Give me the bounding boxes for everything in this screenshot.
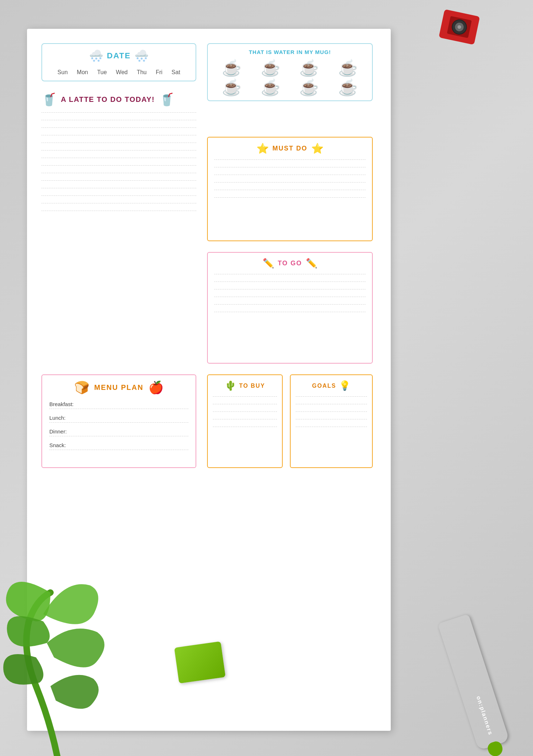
toast-icon: 🍞 (74, 380, 89, 395)
goals-line-3 (296, 411, 367, 412)
menu-dinner: Dinner: (49, 428, 188, 441)
cup-1: ☕ (222, 60, 242, 76)
day-tue: Tue (97, 69, 107, 76)
menu-dinner-label: Dinner: (49, 428, 188, 435)
latte-line-13 (41, 203, 196, 203)
menu-snack: Snack: (49, 442, 188, 454)
plant-decoration (0, 549, 137, 756)
cactus-icon: 🌵 (225, 380, 236, 391)
to-buy-line-2 (213, 404, 277, 404)
must-do-section: ⭐ MUST DO ⭐ (207, 137, 373, 241)
coffee-right-icon: 🥤 (159, 92, 174, 107)
menu-title: MENU PLAN (94, 383, 144, 392)
to-buy-header: 🌵 TO BUY (213, 380, 277, 391)
cup-8: ☕ (338, 80, 358, 95)
must-do-line-3 (214, 175, 366, 175)
menu-lunch-line (49, 422, 188, 423)
cup-7: ☕ (299, 80, 319, 95)
must-do-line-2 (214, 167, 366, 167)
to-go-line-1 (214, 274, 366, 274)
to-buy-line-3 (213, 411, 277, 412)
cloud-left-icon: 🌨️ (89, 49, 103, 63)
latte-line-11 (41, 188, 196, 188)
day-fri: Fri (156, 69, 162, 76)
date-title: DATE (107, 51, 131, 60)
to-go-section: ✏️ TO GO ✏️ (207, 252, 373, 364)
day-sun: Sun (58, 69, 68, 76)
date-header: 🌨️ DATE 🌨️ (49, 49, 188, 63)
bulb-icon: 💡 (339, 380, 350, 391)
highlighter-decoration: on:planners (438, 614, 510, 751)
to-buy-line-5 (213, 427, 277, 427)
must-do-lines (214, 159, 366, 205)
latte-line-2 (41, 120, 196, 120)
goals-section: GOALS 💡 (290, 374, 373, 468)
cup-6: ☕ (261, 80, 281, 95)
latte-line-8 (41, 165, 196, 166)
menu-snack-line (49, 450, 188, 450)
water-title: THAT IS WATER IN MY MUG! (214, 49, 366, 55)
latte-line-4 (41, 135, 196, 135)
latte-line-7 (41, 158, 196, 158)
to-go-title: TO GO (278, 260, 302, 267)
menu-breakfast: Breakfast: (49, 401, 188, 413)
menu-dinner-line (49, 436, 188, 436)
latte-line-10 (41, 180, 196, 181)
goals-line-5 (296, 427, 367, 427)
cup-5: ☕ (222, 80, 242, 95)
goals-title: GOALS (312, 383, 336, 389)
star-right-icon: ⭐ (311, 143, 324, 154)
cup-2: ☕ (261, 60, 281, 76)
apple-icon: 🍎 (148, 380, 164, 395)
latte-title: A LATTE TO DO TODAY! (61, 95, 155, 104)
must-do-line-4 (214, 182, 366, 183)
day-mon: Mon (77, 69, 88, 76)
to-buy-line-1 (213, 396, 277, 397)
pencil-right-icon: ✏️ (306, 258, 317, 269)
water-section: THAT IS WATER IN MY MUG! ☕ ☕ ☕ ☕ ☕ ☕ ☕ ☕ (207, 43, 373, 101)
menu-lunch-label: Lunch: (49, 415, 188, 421)
latte-line-14 (41, 211, 196, 211)
day-wed: Wed (116, 69, 128, 76)
to-buy-line-4 (213, 419, 277, 419)
eraser-decoration (174, 641, 226, 683)
to-buy-title: TO BUY (239, 383, 265, 389)
menu-breakfast-line (49, 409, 188, 409)
highlighter-tip (486, 740, 504, 756)
latte-line-9 (41, 173, 196, 173)
to-go-line-5 (214, 304, 366, 305)
to-buy-section: 🌵 TO BUY (207, 374, 283, 468)
must-do-line-5 (214, 190, 366, 190)
to-go-line-2 (214, 282, 366, 282)
cups-grid: ☕ ☕ ☕ ☕ ☕ ☕ ☕ ☕ (214, 60, 366, 95)
to-go-lines (214, 274, 366, 312)
must-do-title: MUST DO (273, 145, 308, 152)
latte-line-3 (41, 127, 196, 128)
menu-header: 🍞 MENU PLAN 🍎 (49, 380, 188, 395)
menu-snack-label: Snack: (49, 442, 188, 448)
goals-line-4 (296, 419, 367, 419)
day-thu: Thu (137, 69, 147, 76)
cloud-right-icon: 🌨️ (134, 49, 149, 63)
must-do-line-6 (214, 197, 366, 198)
menu-section: 🍞 MENU PLAN 🍎 Breakfast: Lunch: Dinner: … (41, 374, 196, 468)
must-do-header: ⭐ MUST DO ⭐ (214, 143, 366, 154)
goals-header: GOALS 💡 (296, 380, 367, 391)
menu-breakfast-label: Breakfast: (49, 401, 188, 407)
latte-line-6 (41, 150, 196, 150)
pencil-sharpener-decoration (434, 3, 484, 52)
days-row: Sun Mon Tue Wed Thu Fri Sat (49, 69, 188, 76)
must-do-line-1 (214, 159, 366, 160)
cup-3: ☕ (299, 60, 319, 76)
menu-lunch: Lunch: (49, 415, 188, 427)
star-left-icon: ⭐ (256, 143, 269, 154)
cup-4: ☕ (338, 60, 358, 76)
goals-line-2 (296, 404, 367, 404)
date-section: 🌨️ DATE 🌨️ Sun Mon Tue Wed Thu Fri Sat (41, 43, 196, 81)
latte-line-1 (41, 112, 196, 113)
coffee-left-icon: 🥤 (41, 92, 57, 107)
latte-line-12 (41, 195, 196, 196)
pencil-left-icon: ✏️ (263, 258, 274, 269)
to-go-line-4 (214, 297, 366, 297)
to-go-header: ✏️ TO GO ✏️ (214, 258, 366, 269)
